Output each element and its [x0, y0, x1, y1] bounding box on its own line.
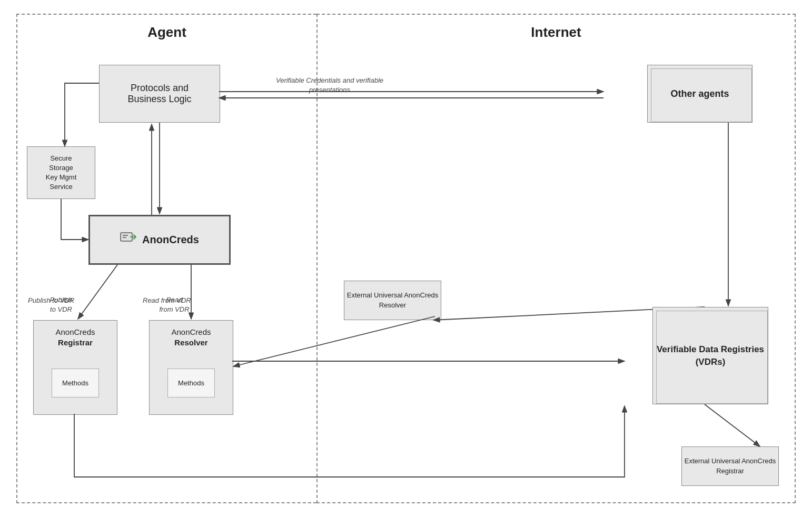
registrar-methods-box: Methods	[52, 369, 99, 397]
anoncreds-label: AnonCreds	[142, 234, 199, 246]
protocols-box: Protocols and Business Logic	[99, 65, 220, 123]
resolver-methods-label: Methods	[178, 379, 204, 387]
other-agents-label: Other agents	[670, 88, 729, 100]
resolver-box: AnonCredsResolver Methods	[149, 320, 233, 415]
protocols-label: Protocols and Business Logic	[127, 83, 191, 105]
agent-label: Agent	[17, 24, 316, 41]
agent-section: Agent Protocols and Business Logic Secur…	[16, 14, 316, 503]
secure-storage-label: Secure Storage Key Mgmt Service	[46, 154, 77, 192]
ext-resolver-label: External Universal AnonCreds Resolver	[344, 291, 441, 310]
svg-line-16	[705, 404, 760, 446]
ext-resolver-box: External Universal AnonCreds Resolver	[344, 281, 441, 320]
registrar-methods-label: Methods	[62, 379, 88, 387]
internet-section: Internet Other agents External Universal…	[316, 14, 796, 503]
diagram-container: Agent Protocols and Business Logic Secur…	[16, 14, 796, 503]
read-vdr-label: Read from VDR	[143, 296, 191, 304]
anoncreds-box: AnonCreds	[88, 215, 231, 265]
secure-storage-box: Secure Storage Key Mgmt Service	[27, 146, 95, 199]
ext-registrar-box: External Universal AnonCreds Registrar	[681, 446, 779, 486]
anoncreds-icon	[120, 231, 137, 249]
resolver-methods-box: Methods	[167, 369, 215, 397]
other-agents-box: Other agents	[647, 65, 752, 123]
resolver-label: AnonCredsResolver	[171, 327, 211, 347]
vdr-label: Verifiable Data Registries (VDRs)	[653, 343, 768, 369]
registrar-box: AnonCredsRegistrar Methods	[33, 320, 117, 415]
internet-label: Internet	[318, 24, 795, 41]
vdr-box: Verifiable Data Registries (VDRs)	[652, 307, 768, 404]
ext-registrar-label: External Universal AnonCreds Registrar	[682, 456, 778, 475]
registrar-label: AnonCredsRegistrar	[55, 327, 95, 347]
publish-vdr-label: Publish to VDR	[28, 296, 74, 304]
svg-line-7	[78, 265, 117, 319]
